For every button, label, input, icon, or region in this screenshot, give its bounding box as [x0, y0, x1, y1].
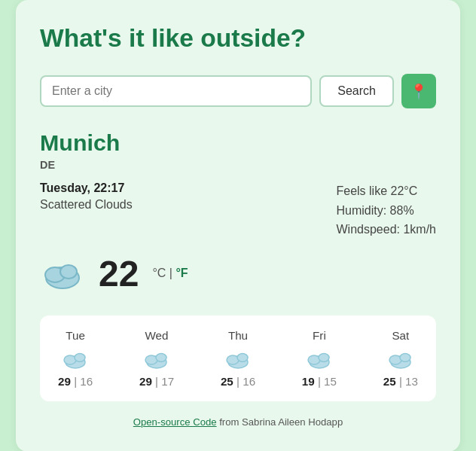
svg-point-5 [75, 353, 85, 361]
temperature-value: 22 [99, 253, 139, 294]
weather-left: Tuesday, 22:17 Scattered Clouds [40, 181, 133, 212]
forecast-day: Wed 29 | 17 [139, 329, 174, 388]
forecast-temps: 25 | 16 [221, 375, 255, 388]
forecast-lo: | 13 [399, 375, 418, 388]
footer: Open-source Code from Sabrina Aileen Hod… [40, 416, 436, 428]
forecast-hi: 19 [302, 375, 315, 388]
svg-point-8 [156, 353, 166, 361]
forecast-day: Thu 25 | 16 [221, 329, 255, 388]
forecast-cloud-icon [62, 348, 89, 369]
svg-point-11 [237, 353, 248, 361]
forecast-hi: 29 [58, 375, 71, 388]
windspeed: Windspeed: 1km/h [336, 220, 436, 239]
forecast-temps: 25 | 13 [383, 375, 418, 388]
search-button[interactable]: Search [319, 75, 394, 107]
feels-like: Feels like 22°C [336, 181, 436, 201]
forecast-lo: | 16 [236, 375, 255, 388]
humidity: Humidity: 88% [336, 201, 436, 221]
forecast-day-name: Wed [145, 329, 169, 342]
forecast-hi: 29 [139, 375, 152, 388]
svg-point-14 [319, 353, 329, 361]
forecast-day-name: Tue [66, 329, 85, 342]
open-source-link[interactable]: Open-source Code [133, 416, 217, 428]
forecast-lo: | 17 [155, 375, 174, 388]
svg-point-17 [400, 353, 410, 361]
forecast-temps: 29 | 16 [58, 375, 93, 388]
forecast-hi: 25 [383, 375, 396, 388]
app-title: What's it like outside? [40, 24, 436, 53]
date-time: Tuesday, 22:17 [40, 181, 133, 195]
app-container: What's it like outside? Search 📍 Munich … [16, 0, 460, 451]
forecast-cloud-icon [306, 348, 333, 369]
celsius-label: °C [152, 267, 166, 279]
forecast-day: Sat 25 | 13 [383, 329, 418, 388]
forecast-temps: 19 | 15 [302, 375, 337, 388]
footer-suffix: from Sabrina Aileen Hodapp [217, 416, 343, 428]
weather-info-row: Tuesday, 22:17 Scattered Clouds Feels li… [40, 181, 436, 239]
forecast-section: Tue 29 | 16 Wed 29 | 17 Thu [40, 315, 436, 401]
location-pin-button[interactable]: 📍 [401, 74, 436, 108]
forecast-day-name: Thu [228, 329, 248, 342]
forecast-cloud-icon [224, 348, 252, 369]
weather-condition: Scattered Clouds [40, 198, 133, 212]
forecast-day: Tue 29 | 16 [58, 329, 93, 388]
country-code: DE [40, 159, 436, 171]
temp-display: 22 °C | °F [40, 253, 436, 294]
pin-icon: 📍 [410, 83, 428, 100]
forecast-day-name: Fri [313, 329, 326, 342]
forecast-cloud-icon [143, 348, 170, 369]
svg-point-2 [60, 265, 77, 279]
weather-right: Feels like 22°C Humidity: 88% Windspeed:… [336, 181, 436, 239]
search-row: Search 📍 [40, 74, 436, 108]
search-input[interactable] [40, 75, 312, 107]
city-name: Munich [40, 130, 436, 156]
forecast-day: Fri 19 | 15 [302, 329, 337, 388]
cloud-icon-large [40, 254, 85, 292]
forecast-lo: | 16 [74, 375, 93, 388]
fahrenheit-toggle[interactable]: °F [175, 267, 188, 279]
forecast-cloud-icon [387, 348, 414, 369]
temperature-unit: °C | °F [152, 267, 188, 280]
forecast-lo: | 15 [318, 375, 337, 388]
forecast-hi: 25 [221, 375, 233, 388]
forecast-day-name: Sat [392, 329, 409, 342]
unit-separator: | [166, 267, 175, 279]
forecast-temps: 29 | 17 [139, 375, 174, 388]
